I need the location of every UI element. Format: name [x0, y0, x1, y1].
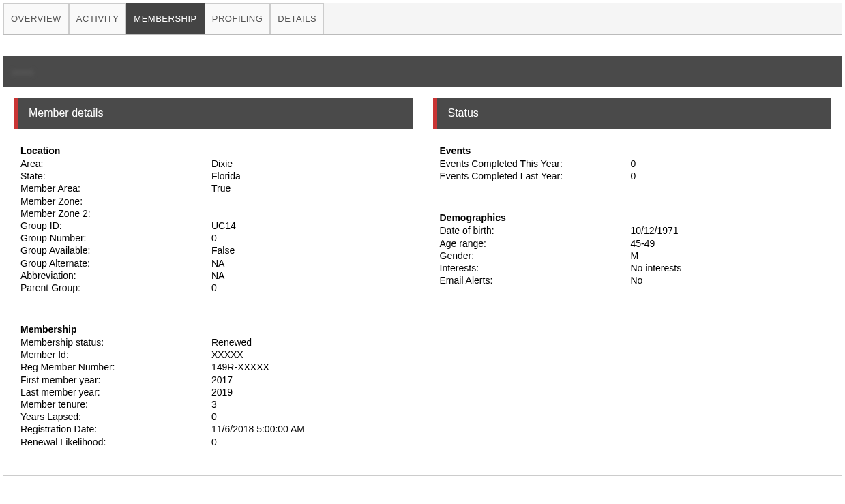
abbreviation-label: Abbreviation: — [20, 269, 211, 282]
first-year-row: First member year: 2017 — [20, 374, 406, 386]
group-available-value: False — [211, 244, 406, 256]
renewal-row: Renewal Likelihood: 0 — [20, 436, 406, 448]
email-alerts-row: Email Alerts: No — [440, 274, 825, 286]
member-area-label: Member Area: — [20, 182, 211, 194]
group-alternate-row: Group Alternate: NA — [20, 257, 406, 269]
first-year-label: First member year: — [20, 374, 211, 386]
header-bar-text: xxxxx — [12, 67, 34, 77]
member-zone-row: Member Zone: — [20, 195, 406, 207]
state-value: Florida — [211, 170, 406, 182]
member-zone-label: Member Zone: — [20, 195, 211, 207]
tenure-row: Member tenure: 3 — [20, 398, 406, 411]
member-zone-value — [211, 195, 406, 207]
status-panel: Status Events Events Completed This Year… — [433, 98, 832, 455]
tab-activity[interactable]: ACTIVITY — [69, 3, 127, 34]
member-id-row: Member Id: XXXXX — [20, 349, 406, 361]
abbreviation-value: NA — [211, 269, 406, 282]
reg-date-row: Registration Date: 11/6/2018 5:00:00 AM — [20, 423, 406, 435]
group-number-row: Group Number: 0 — [20, 232, 406, 244]
events-this-year-value: 0 — [631, 158, 825, 170]
membership-status-label: Membership status: — [20, 336, 211, 349]
content-area: Member details Location Area: Dixie Stat… — [3, 87, 842, 475]
last-year-value: 2019 — [211, 386, 406, 398]
group-id-label: Group ID: — [20, 220, 211, 232]
years-lapsed-label: Years Lapsed: — [20, 411, 211, 423]
status-header: Status — [433, 98, 832, 129]
events-last-year-value: 0 — [631, 170, 825, 182]
member-details-body: Location Area: Dixie State: Florida Memb… — [14, 129, 413, 455]
years-lapsed-row: Years Lapsed: 0 — [20, 411, 406, 423]
tab-bar: OVERVIEW ACTIVITY MEMBERSHIP PROFILING D… — [3, 3, 842, 35]
parent-group-value: 0 — [211, 282, 406, 294]
interests-label: Interests: — [440, 262, 631, 274]
tab-profiling[interactable]: PROFILING — [205, 3, 271, 34]
reg-date-label: Registration Date: — [20, 423, 211, 435]
state-row: State: Florida — [20, 170, 406, 182]
age-range-label: Age range: — [440, 237, 631, 250]
member-zone2-row: Member Zone 2: — [20, 207, 406, 220]
years-lapsed-value: 0 — [211, 411, 406, 423]
group-number-value: 0 — [211, 232, 406, 244]
group-id-value: UC14 — [211, 220, 406, 232]
dob-value: 10/12/1971 — [631, 224, 825, 237]
tab-details[interactable]: DETAILS — [270, 3, 324, 34]
reg-number-label: Reg Member Number: — [20, 361, 211, 373]
email-alerts-value: No — [631, 274, 825, 286]
events-heading: Events — [440, 145, 825, 156]
membership-heading: Membership — [20, 324, 406, 335]
parent-group-label: Parent Group: — [20, 282, 211, 294]
gender-value: M — [631, 250, 825, 262]
member-id-label: Member Id: — [20, 349, 211, 361]
member-area-value: True — [211, 182, 406, 194]
main-container: OVERVIEW ACTIVITY MEMBERSHIP PROFILING D… — [3, 3, 842, 476]
reg-number-row: Reg Member Number: 149R-XXXXX — [20, 361, 406, 373]
parent-group-row: Parent Group: 0 — [20, 282, 406, 294]
group-id-row: Group ID: UC14 — [20, 220, 406, 232]
header-bar: xxxxx — [3, 56, 842, 87]
group-available-row: Group Available: False — [20, 244, 406, 256]
events-last-year-label: Events Completed Last Year: — [440, 170, 631, 182]
tab-membership[interactable]: MEMBERSHIP — [126, 3, 204, 34]
age-range-row: Age range: 45-49 — [440, 237, 825, 250]
tab-overview[interactable]: OVERVIEW — [3, 3, 69, 34]
events-last-year-row: Events Completed Last Year: 0 — [440, 170, 825, 182]
last-year-row: Last member year: 2019 — [20, 386, 406, 398]
member-zone2-value — [211, 207, 406, 220]
group-alternate-label: Group Alternate: — [20, 257, 211, 269]
events-this-year-label: Events Completed This Year: — [440, 158, 631, 170]
area-row: Area: Dixie — [20, 158, 406, 170]
tenure-label: Member tenure: — [20, 398, 211, 411]
abbreviation-row: Abbreviation: NA — [20, 269, 406, 282]
dob-row: Date of birth: 10/12/1971 — [440, 224, 825, 237]
member-area-row: Member Area: True — [20, 182, 406, 194]
interests-value: No interests — [631, 262, 825, 274]
group-available-label: Group Available: — [20, 244, 211, 256]
dob-label: Date of birth: — [440, 224, 631, 237]
member-details-header: Member details — [14, 98, 413, 129]
area-label: Area: — [20, 158, 211, 170]
events-this-year-row: Events Completed This Year: 0 — [440, 158, 825, 170]
first-year-value: 2017 — [211, 374, 406, 386]
member-details-panel: Member details Location Area: Dixie Stat… — [14, 98, 413, 455]
group-alternate-value: NA — [211, 257, 406, 269]
status-body: Events Events Completed This Year: 0 Eve… — [433, 129, 832, 293]
renewal-value: 0 — [211, 436, 406, 448]
tenure-value: 3 — [211, 398, 406, 411]
member-zone2-label: Member Zone 2: — [20, 207, 211, 220]
location-heading: Location — [20, 145, 406, 156]
demographics-heading: Demographics — [440, 212, 825, 223]
group-number-label: Group Number: — [20, 232, 211, 244]
member-id-value: XXXXX — [211, 349, 406, 361]
area-value: Dixie — [211, 158, 406, 170]
state-label: State: — [20, 170, 211, 182]
email-alerts-label: Email Alerts: — [440, 274, 631, 286]
gender-row: Gender: M — [440, 250, 825, 262]
interests-row: Interests: No interests — [440, 262, 825, 274]
membership-status-row: Membership status: Renewed — [20, 336, 406, 349]
age-range-value: 45-49 — [631, 237, 825, 250]
membership-status-value: Renewed — [211, 336, 406, 349]
renewal-label: Renewal Likelihood: — [20, 436, 211, 448]
last-year-label: Last member year: — [20, 386, 211, 398]
reg-date-value: 11/6/2018 5:00:00 AM — [211, 423, 406, 435]
reg-number-value: 149R-XXXXX — [211, 361, 406, 373]
